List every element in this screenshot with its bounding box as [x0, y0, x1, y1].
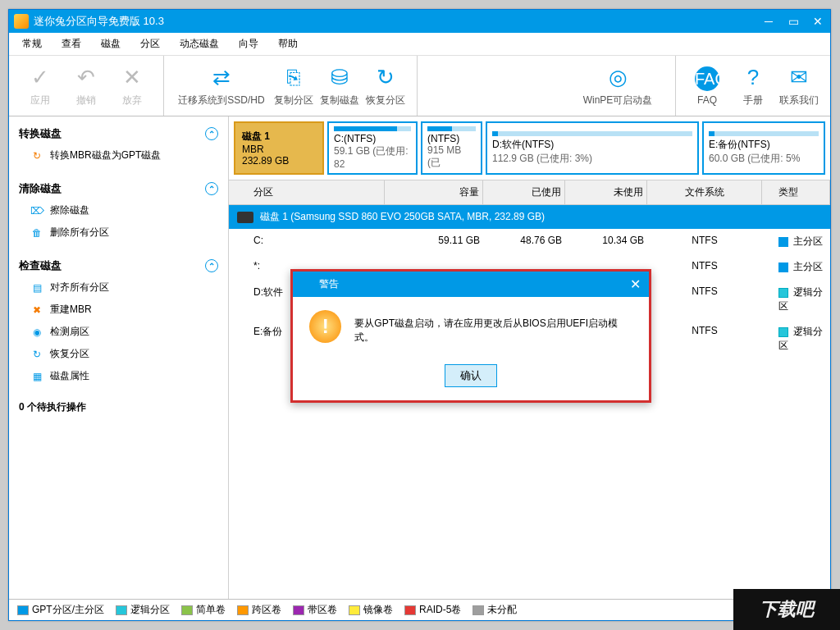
warning-dialog: 警告 ✕ ! 要从GPT磁盘启动，请在应用更改后从BIOS启用UEFI启动模式。…	[290, 269, 651, 403]
legend-item: 带区卷	[293, 603, 337, 617]
sidebar-item[interactable]: ◉检测扇区	[19, 321, 218, 343]
sidebar-item-icon: ↻	[30, 349, 43, 360]
menu-0[interactable]: 常规	[16, 34, 48, 54]
menu-4[interactable]: 动态磁盘	[173, 34, 226, 54]
sidebar-item[interactable]: ↻恢复分区	[19, 343, 218, 365]
sidebar-item-icon: ✖	[30, 304, 43, 316]
sidebar-item-label: 删除所有分区	[50, 226, 109, 240]
disk-partition[interactable]: E:备份(NTFS)60.0 GB (已使用: 5%	[702, 121, 825, 175]
disk-partition[interactable]: D:软件(NTFS)112.9 GB (已使用: 3%)	[486, 121, 699, 175]
sidebar-item-icon: ▤	[30, 282, 43, 294]
disk-icon	[237, 212, 253, 223]
sidebar-section-header[interactable]: 转换磁盘⌃	[19, 123, 218, 144]
minimize-button[interactable]: ─	[756, 10, 781, 33]
dialog-close-button[interactable]: ✕	[630, 276, 641, 292]
pending-ops: 0 个待执行操作	[19, 400, 218, 414]
disk-header[interactable]: 磁盘 1MBR232.89 GB	[234, 121, 324, 175]
sidebar-item[interactable]: 🗑删除所有分区	[19, 221, 218, 244]
sidebar-item-label: 擦除磁盘	[50, 203, 89, 217]
menu-3[interactable]: 分区	[134, 34, 167, 54]
chevron-up-icon: ⌃	[205, 127, 218, 140]
dialog-icon	[301, 278, 314, 291]
menu-2[interactable]: 磁盘	[94, 34, 127, 54]
legend-item: 简单卷	[181, 603, 226, 617]
contact-button[interactable]: ✉联系我们	[776, 58, 822, 114]
sidebar-item-label: 转换MBR磁盘为GPT磁盘	[50, 148, 161, 162]
sidebar-item[interactable]: ▤对齐所有分区	[19, 276, 218, 299]
dialog-title-text: 警告	[319, 277, 339, 291]
menu-6[interactable]: 帮助	[272, 34, 304, 54]
discard-button[interactable]: ✕放弃	[109, 58, 155, 114]
disk-map: 磁盘 1MBR232.89 GBC:(NTFS)59.1 GB (已使用: 82…	[229, 116, 830, 180]
watermark: 下载吧	[733, 589, 840, 630]
faq-button[interactable]: FAQFAQ	[684, 58, 730, 114]
close-button[interactable]: ✕	[806, 10, 830, 33]
warning-icon: !	[309, 310, 341, 343]
sidebar-item-label: 对齐所有分区	[50, 281, 109, 294]
sidebar-item-label: 磁盘属性	[50, 369, 89, 383]
dialog-message: 要从GPT磁盘启动，请在应用更改后从BIOS启用UEFI启动模式。	[354, 310, 632, 345]
sidebar-item-label: 检测扇区	[50, 325, 89, 339]
table-header: 分区 容量 已使用 未使用 文件系统 类型	[229, 180, 830, 205]
titlebar: 迷你兔分区向导免费版 10.3 ─ ▭ ✕	[9, 10, 830, 33]
sidebar-item[interactable]: ↻转换MBR磁盘为GPT磁盘	[19, 144, 218, 167]
sidebar-section-header[interactable]: 清除磁盘⌃	[19, 178, 218, 199]
sidebar-item-icon: ↻	[30, 150, 43, 162]
migrate-button[interactable]: ⇄迁移系统到SSD/HD	[172, 58, 271, 114]
legend: GPT分区/主分区逻辑分区简单卷跨区卷带区卷镜像卷RAID-5卷未分配	[9, 599, 830, 620]
legend-item: 逻辑分区	[116, 603, 170, 617]
apply-button[interactable]: ✓应用	[17, 58, 63, 114]
partition-row[interactable]: C:59.11 GB48.76 GB10.34 GBNTFS主分区	[229, 229, 830, 254]
recover-partition-button[interactable]: ↻恢复分区	[363, 58, 409, 114]
sidebar-item[interactable]: ✖重建MBR	[19, 299, 218, 321]
chevron-up-icon: ⌃	[205, 182, 218, 195]
sidebar-section-header[interactable]: 检查磁盘⌃	[19, 255, 218, 276]
maximize-button[interactable]: ▭	[781, 10, 806, 33]
disk-partition[interactable]: (NTFS)915 MB (已	[421, 121, 482, 175]
window-title: 迷你兔分区向导免费版 10.3	[34, 14, 756, 29]
copy-partition-button[interactable]: ⎘复制分区	[271, 58, 317, 114]
legend-item: GPT分区/主分区	[17, 603, 104, 617]
sidebar-item[interactable]: ⌦擦除磁盘	[19, 199, 218, 221]
menubar: 常规查看磁盘分区动态磁盘向导帮助	[9, 33, 830, 56]
dialog-titlebar: 警告 ✕	[293, 272, 649, 297]
legend-item: 跨区卷	[237, 603, 281, 617]
disk-partition[interactable]: C:(NTFS)59.1 GB (已使用: 82	[327, 121, 418, 175]
legend-item: RAID-5卷	[404, 603, 461, 617]
sidebar-item-icon: 🗑	[30, 227, 43, 239]
disk-row[interactable]: 磁盘 1 (Samsung SSD 860 EVO 250GB SATA, MB…	[229, 205, 830, 229]
sidebar-item[interactable]: ▦磁盘属性	[19, 365, 218, 387]
chevron-up-icon: ⌃	[205, 259, 218, 272]
toolbar: ✓应用 ↶撤销 ✕放弃 ⇄迁移系统到SSD/HD ⎘复制分区 ⛁复制磁盘 ↻恢复…	[9, 56, 830, 116]
legend-item: 未分配	[472, 603, 517, 617]
copy-disk-button[interactable]: ⛁复制磁盘	[317, 58, 363, 114]
sidebar-item-label: 恢复分区	[50, 347, 89, 361]
sidebar-item-icon: ⌦	[30, 205, 43, 217]
sidebar-item-label: 重建MBR	[50, 303, 92, 317]
app-icon	[14, 14, 29, 29]
sidebar: 转换磁盘⌃↻转换MBR磁盘为GPT磁盘清除磁盘⌃⌦擦除磁盘🗑删除所有分区检查磁盘…	[9, 116, 229, 599]
sidebar-item-icon: ◉	[30, 326, 43, 338]
manual-button[interactable]: ?手册	[730, 58, 776, 114]
winpe-button[interactable]: ◎WinPE可启动盘	[568, 58, 667, 114]
undo-button[interactable]: ↶撤销	[63, 58, 109, 114]
sidebar-item-icon: ▦	[30, 371, 43, 382]
menu-1[interactable]: 查看	[55, 34, 88, 54]
dialog-ok-button[interactable]: 确认	[445, 364, 497, 387]
menu-5[interactable]: 向导	[232, 34, 265, 54]
legend-item: 镜像卷	[349, 603, 393, 617]
